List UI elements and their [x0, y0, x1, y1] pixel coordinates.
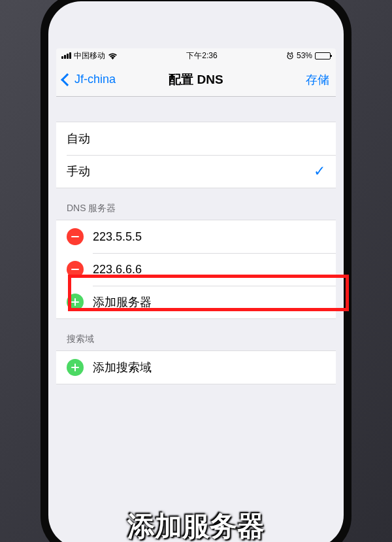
mode-auto-label: 自动	[67, 131, 90, 146]
alarm-icon	[286, 52, 294, 59]
save-button[interactable]: 存储	[306, 72, 329, 88]
remove-icon[interactable]	[67, 228, 84, 245]
search-domain-section-header: 搜索域	[56, 319, 336, 350]
dns-group: 223.5.5.5 223.6.6.6 添加服务器	[56, 220, 336, 319]
add-icon[interactable]	[67, 294, 84, 311]
phone-body: 中国移动 下午2:36 53% Jf-china	[48, 1, 344, 542]
dns-server-value: 223.5.5.5	[93, 230, 142, 244]
carrier-label: 中国移动	[74, 50, 105, 61]
nav-bar: Jf-china 配置 DNS 存储	[56, 63, 336, 97]
wifi-icon	[108, 52, 118, 59]
status-time: 下午2:36	[186, 50, 217, 61]
add-dns-server-row[interactable]: 添加服务器	[56, 286, 336, 318]
remove-icon[interactable]	[67, 261, 84, 278]
mode-manual-cell[interactable]: 手动 ✓	[56, 155, 336, 188]
phone-frame: 中国移动 下午2:36 53% Jf-china	[41, 0, 351, 542]
status-left: 中国移动	[61, 50, 118, 61]
add-search-domain-row[interactable]: 添加搜索域	[56, 351, 336, 384]
status-right: 53%	[286, 51, 331, 60]
dns-server-row[interactable]: 223.6.6.6	[56, 253, 336, 286]
status-bar: 中国移动 下午2:36 53%	[56, 48, 336, 63]
content-scroll[interactable]: 自动 手动 ✓ DNS 服务器 223.5.5.5 223.6.6	[56, 97, 336, 496]
dns-server-row[interactable]: 223.5.5.5	[56, 220, 336, 253]
mode-auto-cell[interactable]: 自动	[56, 122, 336, 155]
chevron-left-icon	[61, 73, 74, 86]
dns-section-header: DNS 服务器	[56, 188, 336, 220]
back-button[interactable]: Jf-china	[63, 73, 116, 86]
screen: 中国移动 下午2:36 53% Jf-china	[56, 48, 336, 496]
battery-icon	[315, 52, 331, 59]
page-title: 配置 DNS	[169, 71, 223, 88]
mode-group: 自动 手动 ✓	[56, 122, 336, 188]
battery-pct-label: 53%	[297, 51, 312, 60]
signal-icon	[61, 52, 71, 59]
search-domain-group: 添加搜索域	[56, 350, 336, 384]
dns-server-value: 223.6.6.6	[93, 263, 142, 277]
back-label: Jf-china	[74, 73, 116, 86]
add-search-domain-label: 添加搜索域	[93, 360, 152, 375]
checkmark-icon: ✓	[314, 163, 325, 180]
add-dns-server-label: 添加服务器	[93, 294, 152, 310]
add-icon[interactable]	[67, 359, 84, 376]
mode-manual-label: 手动	[67, 163, 90, 179]
annotation-caption: 添加服务器	[127, 508, 265, 542]
